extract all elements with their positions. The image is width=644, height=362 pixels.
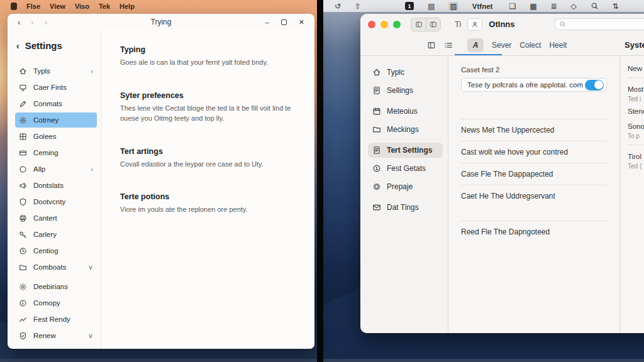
sync-icon[interactable]: ⇅ <box>613 2 619 11</box>
active-window-icon[interactable]: ▧ <box>448 2 458 11</box>
sidebar-item-carlery[interactable]: Carlery <box>15 227 97 242</box>
section-terte-potions: Terte potions Viore im youls ate the rep… <box>120 192 299 215</box>
sidebar-item-label: Deebirians <box>33 283 68 290</box>
detail-item-sub: Ted i <box>628 96 644 102</box>
text-field-value: Tese ty pofcrals a ofre applotal. com <box>467 81 583 89</box>
toggle-switch-on[interactable] <box>585 80 604 90</box>
sidebar-item-fest-rendy[interactable]: Fest Rendy <box>15 312 97 327</box>
badge-1-icon[interactable]: 1 <box>405 2 414 10</box>
list-icon[interactable] <box>444 41 453 50</box>
detail-item-title[interactable]: New <box>628 65 644 72</box>
info-icon <box>19 299 27 307</box>
save-icon[interactable]: ▦ <box>530 2 536 11</box>
tab-heelt[interactable]: Heelt <box>549 41 567 50</box>
tab-styles-selected[interactable]: A <box>467 38 484 52</box>
sidebar-item-label: Cantert <box>33 214 57 222</box>
sidebar-item-label: Dootvcnty <box>33 198 65 206</box>
system-logo-icon[interactable] <box>11 3 17 10</box>
sidebar-item-centiog[interactable]: Centiog <box>15 243 97 258</box>
profile-button[interactable] <box>467 18 482 31</box>
sidebar-item-meteoius[interactable]: Meteoius <box>368 104 443 119</box>
tab-bar: A Sever Colect Heelt Syste <box>360 35 644 56</box>
close-traffic-light[interactable] <box>368 21 375 28</box>
settings-row[interactable]: Reed Fle The Dapngoteed <box>461 221 607 243</box>
menu-item[interactable]: View <box>50 3 65 10</box>
minimize-traffic-light[interactable] <box>380 21 388 28</box>
sidebar-item-conmats[interactable]: Conmats <box>15 96 97 111</box>
shield-check-icon <box>19 332 27 340</box>
menu-item[interactable]: Viso <box>75 3 89 10</box>
settings-row[interactable]: Caet He The Uddregservant <box>461 185 607 207</box>
sidebar-item-label: Tert Settings <box>387 146 432 155</box>
sidebar-item-dootvcnty[interactable]: Dootvcnty <box>15 194 97 209</box>
sidebar-item-tert-settings-selected[interactable]: Tert Settings <box>368 143 443 158</box>
detail-item-title[interactable]: Tirol <box>628 153 644 160</box>
grid-icon <box>19 133 27 141</box>
sidebar-item-dat-tings[interactable]: Dat Tings <box>368 200 443 215</box>
tab-sever[interactable]: Sever <box>492 41 511 50</box>
sidebar-item-label: Conmats <box>33 100 62 107</box>
menu-item[interactable]: Flse <box>26 3 40 10</box>
section-typing: Typing Goes ale is can la that your fern… <box>120 45 299 68</box>
search-icon[interactable] <box>591 2 599 10</box>
search-field[interactable] <box>554 18 644 30</box>
sidebar-item-label: Ceming <box>33 149 58 156</box>
share-icon[interactable]: ⇧ <box>355 2 361 11</box>
sidebar-item-typls[interactable]: Typls › <box>15 63 97 79</box>
sidebar-item-deebirians[interactable]: Deebirians <box>15 279 97 294</box>
sidebar-item-label: Dontslats <box>33 182 64 189</box>
sidebar-toggle-button[interactable] <box>411 18 426 31</box>
window-title: Trying <box>8 18 314 26</box>
circle-badge-icon <box>372 164 381 173</box>
sidebar-item-meckings[interactable]: Meckings <box>368 122 443 137</box>
sidebar-item-renew[interactable]: Renew ∨ <box>15 328 97 343</box>
zoom-traffic-light[interactable] <box>393 21 401 28</box>
home-icon <box>19 67 27 75</box>
folder-icon <box>372 125 381 134</box>
document-icon <box>372 86 381 95</box>
undo-icon[interactable]: ↺ <box>335 2 341 11</box>
megaphone-icon <box>19 182 27 190</box>
sidebar-title: Settings <box>25 40 62 51</box>
file-icon[interactable]: ❏ <box>509 2 516 11</box>
detail-item-title[interactable]: Steno <box>628 107 644 115</box>
chevron-right-icon: › <box>91 67 93 75</box>
list-icon[interactable]: ≣ <box>551 2 557 11</box>
menubar-app-label[interactable]: Vtfnet <box>472 3 493 10</box>
settings-row[interactable]: News Met The Uppercected <box>461 119 607 141</box>
sidebar-item-cantert[interactable]: Cantert <box>15 211 97 226</box>
sidebar-item-comopy[interactable]: Comopy <box>15 295 97 310</box>
detail-column: New Most Ted i Steno Sono To p Tirol Ted… <box>619 56 644 333</box>
tab-colect[interactable]: Colect <box>519 41 541 50</box>
sidebar-item-comboats[interactable]: Comboats ∨ <box>15 260 97 275</box>
sidebar-item-dontslats[interactable]: Dontslats <box>15 178 97 193</box>
tag-icon[interactable]: ◇ <box>571 2 577 11</box>
sidebar-item-prepaje[interactable]: Prepaje <box>368 179 443 194</box>
settings-row[interactable]: Case Fle The Dappapected <box>461 163 607 185</box>
sidebar-item-cotrney-selected[interactable]: Cotrney <box>15 112 97 128</box>
detail-item-title[interactable]: Most <box>628 85 644 93</box>
text-field[interactable]: Tese ty pofcrals a ofre applotal. com <box>461 78 607 92</box>
sidebar-item-sellings[interactable]: Sellings <box>368 83 443 98</box>
sidebar-item-typlc[interactable]: Typlc <box>368 65 443 80</box>
view-toggle-button[interactable] <box>426 18 440 31</box>
mail-icon <box>372 203 381 212</box>
detail-item-title[interactable]: Sono <box>628 123 644 130</box>
menu-item[interactable]: Tek <box>99 3 110 10</box>
sidebar-item-label: Caer Fints <box>33 84 67 91</box>
document-list-icon[interactable]: ▤ <box>428 2 435 11</box>
chart-icon <box>19 315 27 324</box>
search-icon <box>559 21 566 28</box>
chevron-down-icon: ∨ <box>88 263 93 272</box>
panel-icon[interactable] <box>427 41 436 50</box>
back-icon[interactable]: ‹ <box>16 41 19 51</box>
section-tert-artings: Tert artings Covall edastior a the leypa… <box>120 147 299 170</box>
pen-icon <box>19 100 27 108</box>
sidebar-item-caer-fints[interactable]: Caer Fints <box>15 80 97 95</box>
settings-row[interactable]: Cast wolt wie hove your contred <box>461 141 607 163</box>
sidebar-item-fest-getats[interactable]: Fest Getats <box>368 161 443 176</box>
sidebar-item-ceming[interactable]: Ceming <box>15 145 97 160</box>
sidebar-item-allp[interactable]: Allp › <box>15 162 97 177</box>
sidebar-item-golees[interactable]: Golees <box>15 129 97 144</box>
menu-item[interactable]: Help <box>119 3 135 10</box>
